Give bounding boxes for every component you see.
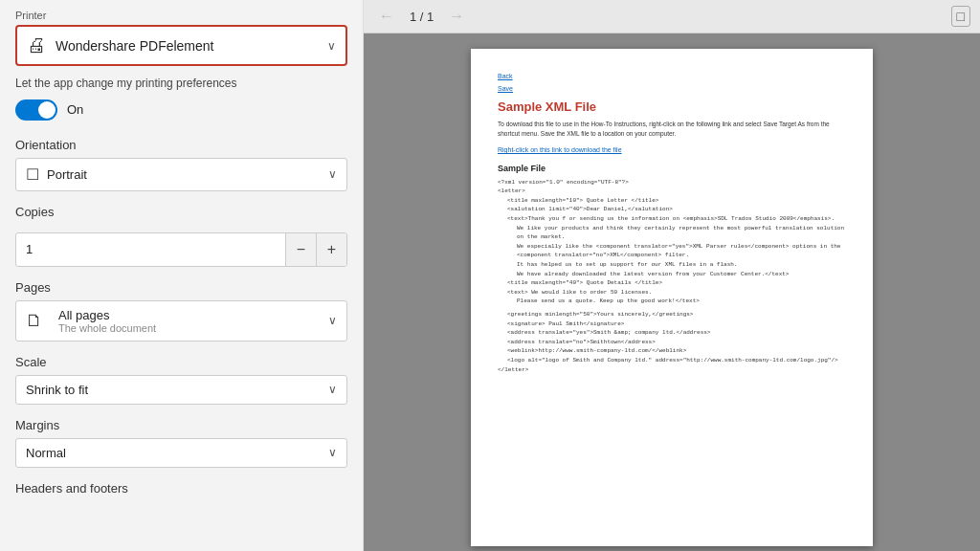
orientation-label: Orientation (15, 138, 347, 152)
margins-chevron-icon: ∨ (328, 446, 337, 459)
right-panel: ← 1 / 1 → □ Back Save Sample XML File To… (364, 0, 980, 551)
xml-declaration: <?xml version="1.0" encoding="UTF-8"?> (498, 178, 846, 187)
code-line-13: <address translate="yes">Smith &amp; com… (498, 328, 846, 338)
printer-name: Wondershare PDFelement (56, 38, 213, 54)
preview-area: Back Save Sample XML File To download th… (364, 33, 980, 551)
scale-value: Shrink to fit (26, 383, 88, 397)
margins-value: Normal (26, 446, 66, 460)
expand-button[interactable]: □ (951, 6, 970, 27)
preference-text: Let the app change my printing preferenc… (15, 76, 347, 92)
headers-footers-label: Headers and footers (15, 481, 347, 496)
scale-chevron-icon: ∨ (328, 383, 337, 396)
document-page: Back Save Sample XML File To download th… (471, 49, 873, 546)
doc-title: Sample XML File (498, 99, 846, 116)
pages-dropdown[interactable]: 🗋 All pages The whole document ∨ (15, 300, 347, 342)
code-line-3: <text>Thank you f or sending us the info… (498, 214, 846, 224)
scale-dropdown-left: Shrink to fit (26, 383, 88, 397)
pages-icon: 🗋 (26, 311, 43, 331)
code-line-2: <salutation limit="40">Dear Daniel,</sal… (498, 205, 846, 214)
page-indicator: 1 / 1 (410, 10, 434, 24)
orientation-dropdown-left: ☐ Portrait (26, 165, 87, 184)
copies-label-text: Copies (15, 205, 54, 219)
code-line-7: We have already downloaded the latest ve… (498, 270, 846, 279)
code-line-16: <logo alt="logo of Smith and Company ltd… (498, 356, 846, 365)
toggle-row: On (15, 99, 347, 121)
code-line-1: <title maxlength="10"> Quote Letter </ti… (498, 196, 846, 206)
code-line-10: Please send us a quote. Keep up the good… (498, 297, 846, 306)
preview-nav: ← 1 / 1 → □ (364, 0, 980, 33)
toggle-label: On (67, 102, 83, 117)
orientation-chevron-icon: ∨ (328, 167, 337, 181)
toggle-thumb (38, 101, 56, 119)
printer-chevron-icon: ∨ (327, 39, 336, 53)
pages-text-block: All pages The whole document (58, 308, 156, 334)
code-line-4: We like your products and think they cer… (498, 224, 846, 242)
margins-label: Margins (15, 418, 347, 432)
margins-dropdown[interactable]: Normal ∨ (15, 438, 347, 468)
code-line-0: <letter> (498, 187, 846, 196)
code-line-11: <greetings minlength="50">Yours sincerel… (498, 310, 846, 320)
pages-chevron-icon: ∨ (328, 314, 337, 327)
printer-label: Printer (15, 10, 347, 21)
pages-value: All pages (58, 308, 156, 322)
scale-label: Scale (15, 355, 347, 369)
prev-page-button[interactable]: ← (373, 6, 400, 27)
pages-dropdown-left: 🗋 All pages The whole document (26, 308, 156, 334)
copies-plus-button[interactable]: + (316, 233, 346, 266)
code-line-5: We especially like the <component transl… (498, 242, 846, 260)
printer-selector-left: 🖨 Wondershare PDFelement (27, 34, 213, 56)
pages-sub: The whole document (58, 322, 156, 334)
code-line-12: <signature> Paul Smith</signature> (498, 320, 846, 329)
portrait-icon: ☐ (26, 165, 39, 184)
margins-dropdown-left: Normal (26, 446, 66, 460)
printer-selector[interactable]: 🖨 Wondershare PDFelement ∨ (15, 25, 347, 66)
orientation-value: Portrait (47, 167, 87, 182)
doc-code-block: <?xml version="1.0" encoding="UTF-8"?> <… (498, 178, 846, 374)
code-line-17: </letter> (498, 365, 846, 375)
doc-download-link[interactable]: Right-click on this link to download the… (498, 146, 622, 153)
copies-control: − + (15, 232, 347, 267)
scale-dropdown[interactable]: Shrink to fit ∨ (15, 375, 347, 405)
code-line-14: <address translate="no">Smithtown</addre… (498, 338, 846, 347)
pages-label: Pages (15, 280, 347, 295)
doc-back-link[interactable]: Back (498, 73, 513, 79)
code-line-9: <text> We would like to order 50 license… (498, 288, 846, 298)
code-line-15: <weblink>http://www.smith-company-ltd.co… (498, 346, 846, 356)
printer-icon: 🖨 (27, 34, 46, 56)
doc-description1: To download this file to use in the How-… (498, 120, 846, 139)
toggle-switch[interactable] (15, 99, 57, 121)
code-line-8: <title maxlength="40"> Quote Details </t… (498, 278, 846, 288)
orientation-dropdown[interactable]: ☐ Portrait ∨ (15, 158, 347, 191)
code-line-6: It has helped us to set up support for o… (498, 260, 846, 270)
doc-section-title: Sample File (498, 163, 846, 175)
next-page-button[interactable]: → (443, 6, 470, 27)
copies-input[interactable] (16, 235, 285, 263)
copies-minus-button[interactable]: − (285, 233, 316, 266)
copies-label: Copies (15, 205, 347, 219)
doc-save-link[interactable]: Save (498, 85, 513, 92)
left-panel: Printer 🖨 Wondershare PDFelement ∨ Let t… (0, 0, 364, 551)
